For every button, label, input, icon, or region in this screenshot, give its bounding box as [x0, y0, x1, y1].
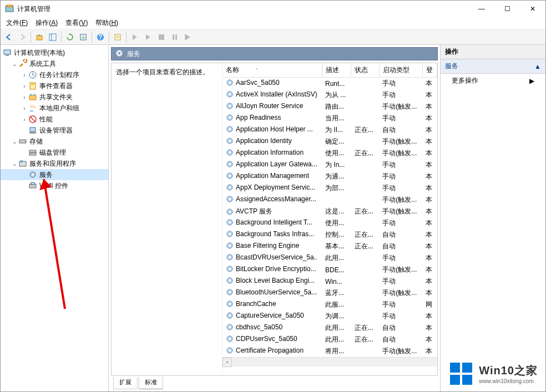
tree-root[interactable]: 计算机管理(本地) [1, 47, 108, 58]
service-status [351, 182, 380, 194]
table-row[interactable]: AppX Deployment Servic...为部...手动本 [223, 182, 437, 194]
table-row[interactable]: Block Level Backup Engi...Win...手动本 [223, 276, 437, 287]
action-more-actions[interactable]: 更多操作 ▶ [441, 74, 545, 88]
expand-icon[interactable]: › [21, 83, 28, 89]
table-row[interactable]: App Readiness当用...手动本 [223, 113, 437, 124]
table-row[interactable]: BranchCache此服...手动网 [223, 299, 437, 310]
tree-system-tools[interactable]: ⌄ 系统工具 [1, 58, 108, 69]
up-button[interactable] [33, 31, 46, 43]
table-row[interactable]: BluetoothUserService_5a...蓝牙...手动(触发...本 [223, 287, 437, 299]
table-row[interactable]: CDPUserSvc_5a050此用...正在...自动本 [223, 334, 437, 345]
tree-event-viewer[interactable]: ›事件查看器 [1, 80, 108, 91]
table-row[interactable]: AllJoyn Router Service路由...手动(触发...本 [223, 101, 437, 113]
tree-label: 服务和应用程序 [29, 159, 76, 169]
tree-wmi[interactable]: WMI 控件 [1, 180, 108, 191]
expand-icon[interactable]: › [21, 94, 28, 100]
tools-icon [18, 59, 27, 68]
service-desc: 这是... [322, 206, 351, 217]
svg-point-90 [229, 349, 231, 352]
start-service-button[interactable] [129, 31, 141, 43]
menu-file[interactable]: 文件(F) [3, 17, 31, 29]
back-button[interactable] [3, 31, 15, 43]
table-row[interactable]: Background Tasks Infras...控制...正在...自动本 [223, 229, 437, 241]
table-row[interactable]: Certificate Propagation将用...手动(触发...本 [223, 345, 437, 357]
scroll-left-button[interactable]: ‹ [223, 358, 232, 367]
tree-local-users[interactable]: ›本地用户和组 [1, 103, 108, 114]
table-row[interactable]: cbdhsvc_5a050此用...正在...自动本 [223, 322, 437, 334]
more-actions-label: 更多操作 [452, 76, 478, 85]
table-row[interactable]: ActiveX Installer (AxInstSV)为从 ...手动本 [223, 89, 437, 101]
column-description[interactable]: 描述 [322, 63, 351, 78]
restart-service-button[interactable] [182, 31, 194, 43]
properties-button[interactable] [112, 31, 124, 43]
svg-rect-28 [29, 132, 36, 134]
table-row[interactable]: Application Identity确定...手动(触发...本 [223, 136, 437, 147]
table-row[interactable]: Application Information使用...正在...手动(触发..… [223, 147, 437, 159]
tab-extended[interactable]: 扩展 [113, 377, 138, 389]
column-name[interactable]: 名称ˆ [223, 63, 322, 78]
tree-device-manager[interactable]: 设备管理器 [1, 125, 108, 136]
service-desc: 此服... [322, 299, 351, 310]
svg-point-80 [229, 291, 231, 293]
table-row[interactable]: Base Filtering Engine基本...正在...自动本 [223, 241, 437, 252]
service-login: 本 [422, 147, 437, 159]
tree-storage[interactable]: ⌄存储 [1, 136, 108, 147]
collapse-icon[interactable]: ⌄ [11, 139, 18, 145]
actions-subheader[interactable]: 服务 ▲ [441, 59, 545, 74]
svg-rect-91 [450, 363, 460, 373]
export-button[interactable] [77, 31, 89, 43]
show-hide-tree-button[interactable] [47, 31, 59, 43]
forward-button[interactable] [16, 31, 28, 43]
menu-help[interactable]: 帮助(H) [92, 17, 122, 29]
service-desc: 当用... [322, 113, 351, 124]
close-button[interactable]: ✕ [520, 1, 545, 17]
table-row[interactable]: BcastDVRUserService_5a...此用...手动本 [223, 252, 437, 264]
menu-view[interactable]: 查看(V) [62, 17, 91, 29]
column-status[interactable]: 状态 [351, 63, 380, 78]
table-row[interactable]: Application Host Helper ...为 II...正在...自… [223, 124, 437, 136]
tree-services[interactable]: 服务 [1, 169, 108, 180]
service-name: Application Layer Gatewa... [236, 160, 317, 168]
spacer [21, 150, 28, 156]
column-login[interactable]: 登 [422, 63, 437, 78]
column-startup[interactable]: 启动类型 [379, 63, 422, 78]
tree-disk-management[interactable]: 磁盘管理 [1, 147, 108, 158]
tree-task-scheduler[interactable]: ›任务计划程序 [1, 69, 108, 80]
tree-shared-folders[interactable]: ›共享文件夹 [1, 91, 108, 103]
table-row[interactable]: CaptureService_5a050为调...手动本 [223, 310, 437, 322]
service-name: Base Filtering Engine [236, 242, 299, 250]
tree-services-apps[interactable]: ⌄服务和应用程序 [1, 158, 108, 169]
horizontal-scrollbar[interactable]: ‹ [223, 357, 437, 366]
table-row[interactable]: AVCTP 服务这是...正在...手动(触发...本 [223, 206, 437, 217]
help-button[interactable]: ? [94, 31, 107, 43]
table-row[interactable]: AarSvc_5a050Runt...手动本 [223, 78, 437, 90]
table-row[interactable]: Application Layer Gatewa...为 In...手动本 [223, 159, 437, 171]
table-row[interactable]: BitLocker Drive Encryptio...BDE...手动(触发.… [223, 264, 437, 276]
tab-standard[interactable]: 标准 [139, 377, 163, 389]
services-table[interactable]: 名称ˆ 描述 状态 启动类型 登 AarSvc_5a050Runt...手动本A… [223, 63, 437, 375]
minimize-button[interactable]: — [469, 1, 494, 17]
expand-icon[interactable]: › [21, 116, 28, 123]
service-startup: 手动 [379, 113, 422, 124]
watermark: Win10之家 www.win10xitong.com [444, 359, 542, 388]
refresh-button[interactable] [64, 31, 76, 43]
disk-icon [28, 148, 37, 157]
stop-service-button[interactable] [155, 31, 168, 43]
pause-service-button[interactable] [169, 31, 181, 43]
maximize-button[interactable]: ☐ [494, 1, 520, 17]
table-row[interactable]: Application Management为通...手动本 [223, 171, 437, 182]
expand-icon[interactable]: › [21, 72, 28, 78]
service-desc: 为 In... [322, 159, 351, 171]
collapse-icon[interactable]: ⌄ [11, 161, 18, 167]
service-status [351, 89, 380, 101]
collapse-icon[interactable]: ⌄ [11, 61, 18, 67]
view-tabs: 扩展 标准 [111, 377, 438, 389]
tree-pane[interactable]: 计算机管理(本地) ⌄ 系统工具 ›任务计划程序 ›事件查看器 ›共享文件夹 ›… [1, 45, 109, 391]
menu-action[interactable]: 操作(A) [32, 17, 61, 29]
tree-performance[interactable]: ›性能 [1, 114, 108, 125]
expand-icon[interactable]: › [21, 105, 28, 111]
resume-service-button[interactable] [142, 31, 154, 43]
service-login: 本 [422, 334, 437, 345]
table-row[interactable]: Background Intelligent T...使用...手动本 [223, 217, 437, 229]
table-row[interactable]: AssignedAccessManager...手动(触发...本 [223, 194, 437, 206]
